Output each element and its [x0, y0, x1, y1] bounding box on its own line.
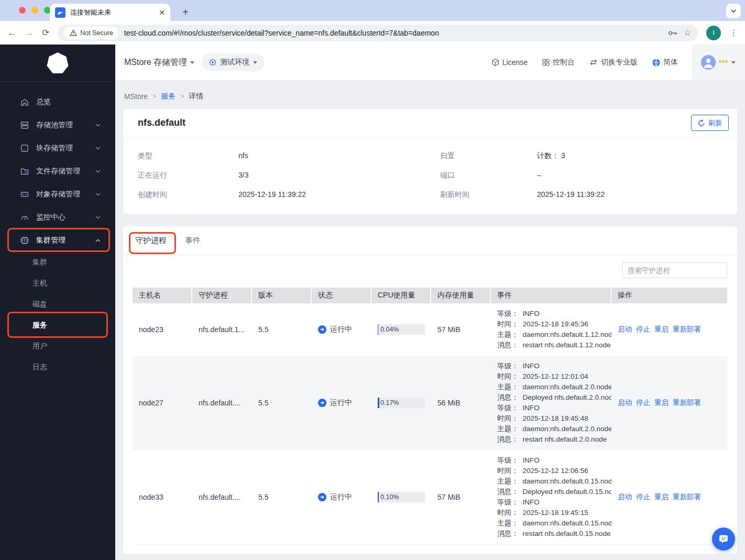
bookmark-star-icon[interactable]: ☆ — [684, 27, 692, 38]
breadcrumb-root[interactable]: MStore — [124, 92, 148, 101]
restart-action[interactable]: 重启 — [654, 325, 669, 334]
event-value: 2025-12-12 12:06:56 — [523, 466, 588, 476]
field-value: 3/3 — [238, 171, 248, 179]
field-value: 计数： 3 — [537, 151, 565, 161]
daemon-search[interactable] — [622, 262, 727, 278]
reload-icon[interactable]: ⟳ — [42, 27, 49, 38]
masked-username: *** — [719, 59, 728, 67]
running-status-icon — [318, 399, 326, 407]
close-window-button[interactable] — [19, 7, 26, 14]
field-label: 创建时间 — [138, 190, 167, 200]
browser-toolbar: ← → ⟳ Not Secure test-cloud.com/#!/mos/c… — [0, 21, 745, 45]
support-chat-button[interactable] — [712, 528, 735, 551]
field-label: 类型 — [138, 151, 152, 161]
window-controls[interactable] — [19, 7, 51, 14]
actions-cell: 启动 停止 重启 重新部署 — [611, 356, 727, 450]
sidebar-item-storage-pool[interactable]: 存储池管理 — [0, 114, 115, 137]
back-icon[interactable]: ← — [7, 28, 16, 38]
redeploy-action[interactable]: 重新部署 — [673, 325, 701, 334]
new-tab-button[interactable]: + — [178, 5, 193, 19]
chevron-down-icon — [95, 170, 101, 173]
stop-action[interactable]: 停止 — [636, 492, 650, 502]
field-label: 正在运行 — [138, 171, 167, 180]
tab-close-icon[interactable]: ✕ — [159, 8, 165, 17]
sidebar-subitem-cluster[interactable]: 集群 — [0, 252, 115, 273]
start-action[interactable]: 启动 — [618, 492, 632, 502]
console-link[interactable]: 控制台 — [542, 58, 575, 67]
restart-action[interactable]: 重启 — [654, 398, 669, 408]
event-cell: 等级：INFO 时间：2025-12-12 12:06:56 主题：daemon… — [491, 450, 611, 544]
user-menu[interactable]: *** — [692, 45, 745, 80]
sidebar-item-label: 集群管理 — [36, 236, 65, 245]
tab-daemon[interactable]: 守护进程 — [135, 226, 167, 255]
object-storage-icon — [20, 190, 29, 199]
console-label: 控制台 — [553, 58, 575, 67]
tab-events[interactable]: 事件 — [185, 226, 201, 255]
tab-search-chevron-icon[interactable] — [726, 4, 741, 18]
event-value: restart nfs.default.0.15.node — [523, 529, 611, 539]
search-input[interactable] — [628, 267, 720, 274]
redeploy-action[interactable]: 重新部署 — [673, 492, 701, 502]
daemon-cell: nfs.default.1... — [192, 303, 252, 356]
key-icon[interactable] — [668, 30, 678, 36]
tabs-bar: 守护进程 事件 — [123, 226, 737, 255]
event-label: 主题： — [497, 476, 519, 487]
not-secure-chip[interactable]: Not Secure — [64, 27, 119, 39]
event-label: 时间： — [497, 319, 519, 330]
field-label: 刷新时间 — [440, 190, 469, 200]
browser-profile-avatar[interactable]: I — [706, 26, 721, 40]
sidebar-item-block-storage[interactable]: 块存储管理 — [0, 137, 115, 160]
sidebar-item-monitor-center[interactable]: 监控中心 — [0, 206, 115, 229]
breadcrumb-service[interactable]: 服务 — [161, 92, 176, 101]
event-label: 时间： — [497, 508, 519, 518]
event-label: 消息： — [497, 434, 519, 445]
service-name-title: nfs.default — [138, 117, 185, 128]
sidebar-item-overview[interactable]: 总览 — [0, 91, 115, 114]
sidebar-item-file-storage[interactable]: 文件存储管理 — [0, 160, 115, 183]
event-label: 等级： — [497, 309, 519, 319]
daemon-cell: nfs.default.... — [192, 356, 252, 450]
start-action[interactable]: 启动 — [618, 325, 632, 334]
event-value: 2025-12-18 19:45:36 — [523, 319, 588, 330]
actions-cell: 启动 停止 重启 重新部署 — [611, 303, 727, 356]
browser-menu-icon[interactable]: ⋮ — [729, 28, 738, 38]
start-action[interactable]: 启动 — [618, 398, 632, 408]
status-text: 运行中 — [330, 398, 352, 408]
sidebar-subitem-service[interactable]: 服务 — [0, 315, 115, 336]
sidebar-item-object-storage[interactable]: 对象存储管理 — [0, 183, 115, 206]
chevron-down-icon — [95, 216, 101, 219]
stop-action[interactable]: 停止 — [636, 398, 650, 408]
stop-action[interactable]: 停止 — [636, 325, 650, 334]
cpu-cell: 0.04% — [371, 303, 431, 356]
chevron-up-icon — [95, 239, 101, 242]
sidebar-subitem-host[interactable]: 主机 — [0, 273, 115, 294]
restart-action[interactable]: 重启 — [654, 492, 669, 502]
memory-cell: 57 MiB — [431, 450, 491, 544]
minimize-window-button[interactable] — [31, 7, 38, 14]
sidebar-item-cluster-management[interactable]: 集群管理 — [0, 229, 115, 252]
refresh-button[interactable]: 刷新 — [691, 115, 729, 131]
product-switcher[interactable]: MStore 存储管理 — [124, 57, 194, 68]
sidebar-subitem-user[interactable]: 用户 — [0, 336, 115, 357]
daemon-cell: nfs.default.... — [192, 450, 252, 544]
environment-selector[interactable]: 测试环境 — [202, 53, 265, 71]
forward-icon[interactable]: → — [25, 28, 34, 38]
license-link[interactable]: License — [491, 58, 528, 67]
sidebar-subitem-disk[interactable]: 磁盘 — [0, 294, 115, 315]
sidebar-subitem-log[interactable]: 日志 — [0, 357, 115, 378]
sidebar-subitem-label: 用户 — [32, 342, 47, 351]
switch-pro-link[interactable]: 切换专业版 — [589, 58, 638, 67]
table-row: node23 nfs.default.1... 5.5 运行中 0.04% — [133, 303, 727, 356]
address-bar[interactable]: Not Secure test-cloud.com/#!/mos/cluster… — [58, 25, 698, 41]
event-value: daemon:nfs.default.0.15.node — [523, 476, 612, 487]
breadcrumb-current: 详情 — [189, 92, 203, 101]
redeploy-action[interactable]: 重新部署 — [673, 398, 701, 408]
chevron-down-icon — [95, 193, 101, 196]
event-label: 主题： — [497, 424, 519, 434]
host-cell: node33 — [133, 450, 192, 544]
table-row: node27 nfs.default.... 5.5 运行中 0.17% — [133, 356, 727, 450]
language-link[interactable]: 简体 — [652, 58, 678, 67]
event-value: restart nfs.default.1.12.node — [523, 340, 611, 350]
sidebar-item-label: 块存储管理 — [36, 144, 73, 153]
browser-tab[interactable]: 连接智能未来 ✕ — [50, 4, 170, 21]
